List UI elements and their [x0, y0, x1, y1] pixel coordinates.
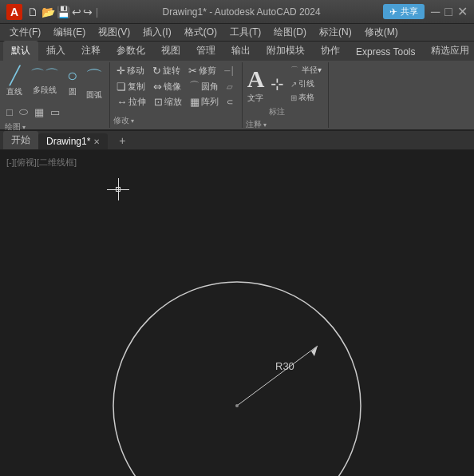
- circle-tool[interactable]: ○ 圆: [65, 64, 79, 102]
- menu-format[interactable]: 格式(O): [178, 24, 223, 41]
- rect-icon: □: [6, 106, 13, 118]
- trim2-icon: ─│: [224, 66, 235, 75]
- menu-insert[interactable]: 插入(I): [136, 24, 177, 41]
- annotation-group: A 文字 ⊹ ⌒ 半径▾ ↗: [243, 62, 330, 128]
- tab-featured[interactable]: 精选应用: [423, 41, 474, 61]
- tab-express-tools[interactable]: Express Tools: [348, 43, 423, 61]
- undo-btn[interactable]: ↩: [72, 6, 81, 18]
- menu-view[interactable]: 视图(V): [92, 24, 136, 41]
- close-drawing1[interactable]: ✕: [93, 137, 100, 146]
- fillet-tool[interactable]: ⌒ 圆角: [186, 78, 222, 94]
- copy-tool[interactable]: ❏ 复制: [113, 78, 148, 94]
- stretch-icon: ↔: [117, 96, 127, 108]
- mirror-icon: ⇔: [153, 81, 162, 93]
- chamfer-icon: ▱: [227, 82, 233, 91]
- new-btn[interactable]: 🗋: [27, 6, 38, 18]
- tab-output[interactable]: 输出: [223, 41, 259, 61]
- maximize-btn[interactable]: □: [444, 5, 452, 19]
- share-button[interactable]: ✈ 共享: [383, 4, 425, 19]
- tab-annotation[interactable]: 注释: [73, 41, 109, 61]
- modify-group: ✛ 移动 ↻ 旋转 ✂ 修剪 ─│ ❏ 复制 ⇔ 镜像: [110, 62, 242, 128]
- menu-draw[interactable]: 绘图(D): [267, 24, 313, 41]
- doc-tabs: 开始 Drawing1* ✕ +: [0, 131, 474, 150]
- tab-add[interactable]: +: [108, 132, 133, 149]
- tab-drawing1[interactable]: Drawing1* ✕: [38, 133, 108, 149]
- canvas-area: [-][俯视][二维线框] R30: [0, 150, 474, 476]
- copy-icon: ❏: [117, 81, 126, 93]
- app-icon: A: [6, 4, 22, 20]
- tab-manage[interactable]: 管理: [188, 41, 223, 61]
- polyline-tool[interactable]: ⌒⌒ 多段线: [29, 64, 61, 102]
- line-tool[interactable]: ╱ 直线: [5, 64, 24, 102]
- ellipse-tool[interactable]: ⬭: [18, 104, 30, 120]
- hatch-tool[interactable]: ▦: [33, 104, 45, 120]
- dimension-tool[interactable]: ⊹: [269, 73, 286, 95]
- trim-icon: ✂: [188, 65, 197, 77]
- rotate-icon: ↻: [152, 65, 161, 77]
- menu-dimension[interactable]: 标注(N): [313, 24, 358, 41]
- radius-arrow: [311, 346, 318, 356]
- table-icon: ⊞: [290, 93, 297, 102]
- dim-icon: ⊹: [271, 74, 284, 93]
- arc-label: 圆弧: [86, 89, 102, 101]
- arc-tool[interactable]: ⌒ 圆弧: [84, 64, 105, 102]
- tab-start[interactable]: 开始: [3, 131, 38, 149]
- close-btn[interactable]: ✕: [457, 4, 468, 19]
- radius-label: R30: [275, 360, 294, 372]
- menu-file[interactable]: 文件(F): [3, 24, 47, 41]
- tab-view[interactable]: 视图: [153, 41, 188, 61]
- ribbon-tabs: 默认 插入 注释 参数化 视图 管理 输出 附加模块 协作 Express To…: [0, 42, 474, 61]
- drawing-svg: R30: [0, 150, 474, 476]
- draw-expand-arrow: ▾: [22, 124, 26, 131]
- tab-insert[interactable]: 插入: [38, 41, 73, 61]
- trim2-tool[interactable]: ─│: [221, 64, 238, 77]
- fillet-icon: ⌒: [189, 79, 199, 93]
- tab-addons[interactable]: 附加模块: [259, 41, 313, 61]
- scale-icon: ⊡: [154, 96, 163, 108]
- annotation-group-label[interactable]: 注释 ▾: [246, 117, 326, 130]
- window-title: Drawing1* - Autodesk AutoCAD 2024: [100, 6, 383, 18]
- tab-collaborate[interactable]: 协作: [313, 41, 348, 61]
- table-tool[interactable]: ⊞ 表格: [287, 91, 325, 104]
- menu-modify[interactable]: 修改(M): [358, 24, 405, 41]
- redo-btn[interactable]: ↪: [83, 6, 93, 18]
- menu-edit[interactable]: 编辑(E): [47, 24, 92, 41]
- array-expand[interactable]: ⊂: [223, 95, 236, 109]
- fillet2-tool[interactable]: ▱: [223, 78, 236, 94]
- anno-expand-arrow: ▾: [263, 121, 267, 129]
- arc-icon: ⌒: [85, 65, 103, 89]
- trim-tool[interactable]: ✂ 修剪: [185, 64, 219, 77]
- hatch-icon: ▦: [34, 106, 44, 118]
- move-tool[interactable]: ✛ 移动: [113, 64, 148, 77]
- open-btn[interactable]: 📂: [41, 6, 55, 18]
- mirror-tool[interactable]: ⇔ 镜像: [150, 78, 184, 94]
- menu-tools[interactable]: 工具(T): [223, 24, 267, 41]
- ribbon-panel: ╱ 直线 ⌒⌒ 多段线 ○ 圆 ⌒ 圆弧 □ ⬭ ▦: [0, 61, 474, 131]
- gradient-tool[interactable]: ▭: [49, 104, 61, 120]
- radius-line: [237, 346, 318, 406]
- text-label: 文字: [247, 93, 263, 104]
- add-tab-btn[interactable]: +: [119, 134, 125, 147]
- save-btn[interactable]: 💾: [57, 6, 70, 18]
- scale-tool[interactable]: ⊡ 缩放: [151, 95, 185, 109]
- minimize-btn[interactable]: ─: [431, 5, 440, 19]
- line-icon: ╱: [10, 65, 20, 86]
- rotate-tool[interactable]: ↻ 旋转: [149, 64, 184, 77]
- move-icon: ✛: [117, 65, 125, 77]
- stretch-tool[interactable]: ↔ 拉伸: [113, 95, 149, 109]
- array-arrow: ⊂: [227, 97, 233, 106]
- leader-tool[interactable]: ↗ 引线: [287, 77, 325, 90]
- halfradius-tool[interactable]: ⌒ 半径▾: [287, 64, 325, 77]
- text-icon: A: [247, 65, 265, 93]
- draw-group: ╱ 直线 ⌒⌒ 多段线 ○ 圆 ⌒ 圆弧 □ ⬭ ▦: [0, 62, 110, 128]
- tab-default[interactable]: 默认: [3, 41, 38, 61]
- circle-center: [235, 404, 239, 407]
- tab-parametric[interactable]: 参数化: [109, 41, 153, 61]
- text-tool[interactable]: A 文字: [246, 64, 267, 117]
- modify-group-label[interactable]: 修改 ▾: [113, 113, 238, 126]
- array-tool[interactable]: ▦ 阵列: [187, 95, 222, 109]
- leader-icon: ↗: [290, 80, 297, 89]
- rect-tool[interactable]: □: [5, 104, 14, 120]
- ellipse-icon: ⬭: [19, 105, 28, 118]
- title-bar: A 🗋 📂 💾 ↩ ↪ | Drawing1* - Autodesk AutoC…: [0, 0, 474, 24]
